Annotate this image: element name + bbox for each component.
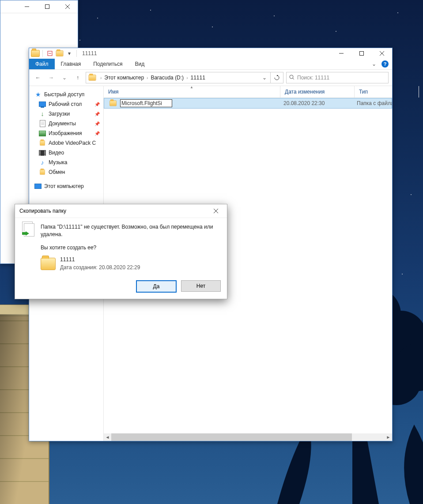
- help-icon[interactable]: ?: [381, 60, 389, 68]
- qat-dropdown-icon[interactable]: ▾: [65, 49, 74, 58]
- column-date[interactable]: Дата изменения: [280, 86, 354, 98]
- computer-icon: [34, 184, 42, 189]
- svg-point-5: [395, 343, 423, 391]
- dialog-titlebar[interactable]: Скопировать папку: [15, 204, 227, 218]
- search-input[interactable]: Поиск: 11111: [286, 72, 389, 83]
- documents-icon: [40, 120, 45, 127]
- tab-file[interactable]: Файл: [29, 59, 55, 69]
- close-button[interactable]: [372, 47, 392, 60]
- no-button[interactable]: Нет: [181, 280, 221, 292]
- sidebar-item-thispc[interactable]: Этот компьютер: [31, 181, 102, 191]
- chevron-down-icon[interactable]: ⌄: [259, 75, 270, 81]
- minimize-button[interactable]: [331, 47, 351, 60]
- tab-view[interactable]: Вид: [128, 59, 151, 69]
- svg-line-21: [293, 78, 294, 79]
- titlebar[interactable]: ▾ 11111: [29, 48, 392, 59]
- breadcrumb[interactable]: Этот компьютер: [102, 75, 146, 81]
- qat-properties-icon[interactable]: [45, 49, 54, 58]
- column-extra[interactable]: [419, 86, 423, 98]
- file-type: Папка с файлами: [352, 100, 392, 106]
- folder-icon: [89, 75, 96, 81]
- refresh-icon: [274, 75, 279, 80]
- desktop-icon: [39, 102, 46, 107]
- sidebar-item-downloads[interactable]: ↓Загрузки📌: [31, 109, 102, 119]
- svg-rect-17: [360, 52, 364, 56]
- nav-back-button[interactable]: ←: [33, 72, 43, 83]
- breadcrumb-bar[interactable]: › Этот компьютер › Baracuda (D:) › 11111…: [86, 72, 271, 83]
- dialog-title: Скопировать папку: [19, 208, 66, 214]
- sidebar-item-documents[interactable]: Документы📌: [31, 119, 102, 128]
- nav-recent-button[interactable]: ⌄: [59, 72, 70, 83]
- dialog-item-meta: Дата создания: 20.08.2020 22:29: [60, 264, 140, 271]
- maximize-button[interactable]: [351, 47, 372, 60]
- scroll-thumb[interactable]: [111, 433, 352, 441]
- breadcrumb[interactable]: 11111: [189, 75, 207, 81]
- ribbon-expand-icon[interactable]: ⌄: [368, 59, 380, 69]
- rename-input[interactable]: Microsoft.FlightSi: [120, 99, 172, 107]
- nav-forward-button[interactable]: →: [46, 72, 57, 83]
- minimize-button[interactable]: [17, 0, 37, 13]
- scroll-left-button[interactable]: ◄: [104, 433, 111, 441]
- pin-icon: 📌: [94, 102, 100, 107]
- dialog-item-name: 11111: [60, 256, 140, 263]
- dialog-question: Вы хотите создать ее?: [41, 244, 221, 252]
- sidebar-item-desktop[interactable]: Рабочий стол📌: [31, 99, 102, 109]
- sidebar-item-exchange[interactable]: Обмен: [31, 167, 102, 177]
- pictures-icon: [39, 131, 46, 136]
- column-type[interactable]: Тип: [354, 86, 419, 98]
- window-title: 11111: [82, 50, 97, 56]
- desktop: ▾ 11111 Файл Главная Поделиться Вид ⌄ ? …: [0, 0, 423, 504]
- dialog-message: Папка "D:\11111" не существует. Возможно…: [41, 223, 221, 239]
- tab-home[interactable]: Главная: [55, 59, 87, 69]
- sidebar-item-quickaccess[interactable]: ★Быстрый доступ: [31, 90, 102, 99]
- sidebar-item-pictures[interactable]: Изображения📌: [31, 128, 102, 138]
- file-date: 20.08.2020 22:30: [279, 100, 352, 106]
- sidebar-item-music[interactable]: ♪Музыка: [31, 158, 102, 167]
- sidebar-item-video[interactable]: Видео: [31, 148, 102, 158]
- scroll-right-button[interactable]: ►: [385, 433, 392, 441]
- breadcrumb[interactable]: Baracuda (D:): [149, 75, 185, 81]
- address-bar: ← → ⌄ ↑ › Этот компьютер › Baracuda (D:)…: [29, 70, 392, 86]
- star-icon: ★: [34, 91, 42, 98]
- downloads-icon: ↓: [39, 110, 46, 117]
- close-button[interactable]: [209, 204, 223, 218]
- horizontal-scrollbar[interactable]: ◄ ►: [104, 433, 392, 441]
- search-placeholder: Поиск: 11111: [297, 75, 329, 81]
- video-icon: [39, 150, 46, 156]
- refresh-button[interactable]: [271, 72, 283, 83]
- folder-icon: [41, 258, 56, 270]
- pin-icon: 📌: [94, 121, 100, 126]
- copy-icon: [21, 223, 36, 273]
- close-button[interactable]: [57, 0, 78, 13]
- music-icon: ♪: [39, 159, 46, 166]
- maximize-button[interactable]: [37, 0, 57, 13]
- pin-icon: 📌: [94, 112, 100, 117]
- column-headers[interactable]: Имя▲ Дата изменения Тип: [104, 86, 392, 98]
- folder-icon: [31, 50, 40, 57]
- sidebar-item-adobe[interactable]: Adobe VideoPack C: [31, 138, 102, 148]
- ribbon-tabs: Файл Главная Поделиться Вид ⌄ ?: [29, 59, 392, 70]
- sort-ascending-icon: ▲: [190, 85, 193, 89]
- file-row[interactable]: Microsoft.FlightSi 20.08.2020 22:30 Папк…: [104, 98, 392, 109]
- column-name[interactable]: Имя▲: [104, 86, 280, 98]
- pin-icon: 📌: [94, 131, 100, 136]
- search-icon: [289, 75, 295, 81]
- qat-newfolder-icon[interactable]: [56, 50, 64, 56]
- folder-icon: [40, 140, 45, 146]
- folder-icon: [40, 169, 45, 175]
- nav-up-button[interactable]: ↑: [72, 72, 83, 83]
- yes-button[interactable]: Да: [136, 280, 177, 293]
- tab-share[interactable]: Поделиться: [87, 59, 128, 69]
- svg-point-20: [290, 75, 293, 79]
- copy-folder-dialog: Скопировать папку Папка "D:\11111" не су…: [15, 204, 227, 299]
- svg-rect-11: [45, 5, 49, 9]
- folder-icon: [110, 101, 117, 106]
